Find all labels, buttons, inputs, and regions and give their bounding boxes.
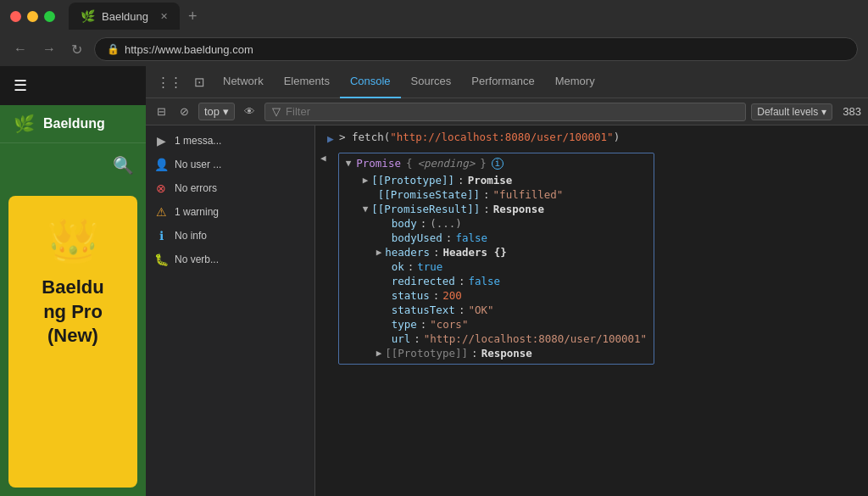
prop-value: "fulfilled"	[493, 188, 564, 201]
sidebar: ☰ 🌿 Baeldung 🔍 👑 Baeldung Pro(New)	[0, 66, 146, 496]
fetch-url: "http://localhost:8080/user/100001"	[390, 131, 613, 143]
verbose-icon: 🐛	[154, 253, 168, 266]
sidebar-logo: 🌿 Baeldung	[0, 105, 146, 143]
prop-expand-icon[interactable]: ▶	[376, 247, 382, 258]
prop-colon: :	[408, 260, 415, 273]
fetch-arrow-icon: ▶	[322, 131, 339, 145]
traffic-lights	[10, 11, 55, 22]
prop-value: Promise	[468, 174, 513, 187]
address-input[interactable]: 🔒 https://www.baeldung.com	[94, 37, 858, 61]
prop-value: Headers {}	[442, 246, 506, 259]
search-area: 🔍	[0, 143, 146, 187]
prop-body-used: bodyUsed : false	[346, 231, 648, 245]
info-icon: ℹ	[154, 229, 168, 242]
minimize-button[interactable]	[27, 11, 38, 22]
main-area: ☰ 🌿 Baeldung 🔍 👑 Baeldung Pro(New) ⋮⋮ ⊡ …	[0, 66, 868, 496]
fetch-suffix: )	[614, 131, 620, 143]
context-selector[interactable]: top ▾	[198, 103, 235, 120]
promise-brace-open: {	[406, 157, 413, 170]
error-icon: ⊗	[154, 181, 168, 195]
devtools-toolbar: ⋮⋮ ⊡ Network Elements Console Sources Pe…	[146, 66, 868, 98]
prop-colon: :	[433, 289, 440, 302]
prop-value: true	[417, 260, 442, 273]
prop-ok: ok : true	[346, 259, 648, 274]
msg-item-verbose[interactable]: 🐛 No verb...	[146, 248, 314, 271]
msg-item-user[interactable]: 👤 No user ...	[146, 153, 314, 176]
msg-label: 1 messa...	[175, 135, 221, 147]
user-icon: 👤	[154, 158, 168, 171]
prop-value: false	[455, 231, 487, 244]
back-button[interactable]: ←	[10, 40, 31, 59]
devtools-dock-icon[interactable]: ⊡	[190, 72, 209, 92]
prop-colon: :	[471, 347, 478, 359]
sidebar-header: ☰	[0, 66, 146, 105]
prop-value: Response	[493, 203, 544, 215]
prop-expand-icon[interactable]: ▶	[363, 175, 369, 186]
tab-console[interactable]: Console	[340, 66, 401, 98]
forward-button[interactable]: →	[39, 40, 59, 59]
address-bar: ← → ↻ 🔒 https://www.baeldung.com	[0, 32, 868, 66]
prop-redirected: redirected : false	[346, 274, 648, 288]
filter-placeholder: Filter	[286, 105, 310, 118]
lock-icon: 🔒	[107, 43, 120, 55]
console-clear-button[interactable]: ⊘	[175, 103, 193, 120]
prop-colon: :	[414, 332, 420, 345]
tab-memory[interactable]: Memory	[545, 66, 605, 98]
tab-title: Baeldung	[102, 10, 148, 23]
prop-prototype: ▶ [[Prototype]] : Promise	[346, 173, 648, 187]
msg-item-warnings[interactable]: ⚠ 1 warning	[146, 200, 314, 224]
context-label: top	[204, 105, 220, 118]
tab-network[interactable]: Network	[213, 66, 274, 98]
new-tab-button[interactable]: +	[180, 8, 206, 25]
console-sidebar-toggle[interactable]: ⊟	[153, 103, 170, 120]
console-eye-button[interactable]: 👁	[240, 103, 259, 120]
promise-info-icon[interactable]: i	[492, 158, 504, 170]
prop-expand-icon[interactable]: ▼	[363, 203, 369, 215]
default-levels-label: Default levels	[757, 106, 818, 118]
console-content: ▶ 1 messa... 👤 No user ... ⊗ No errors ⚠…	[146, 125, 868, 496]
default-levels-selector[interactable]: Default levels ▾	[751, 103, 832, 120]
tab-performance[interactable]: Performance	[461, 66, 544, 98]
tab-elements[interactable]: Elements	[274, 66, 340, 98]
tab-favicon-icon: 🌿	[81, 9, 95, 23]
msg-item-messages[interactable]: ▶ 1 messa...	[146, 129, 314, 153]
close-button[interactable]	[10, 11, 21, 22]
filter-input[interactable]: ▽ Filter	[264, 103, 746, 121]
maximize-button[interactable]	[44, 11, 55, 22]
promise-brace-close: }	[480, 157, 487, 170]
console-output: ▶ > fetch("http://localhost:8080/user/10…	[315, 125, 868, 496]
prop-status: status : 200	[346, 288, 648, 303]
active-tab[interactable]: 🌿 Baeldung ✕	[69, 3, 180, 30]
default-levels-arrow-icon: ▾	[821, 106, 826, 118]
msg-item-errors[interactable]: ⊗ No errors	[146, 176, 314, 200]
msg-label: No errors	[175, 182, 217, 194]
prop-value: "cors"	[430, 318, 468, 331]
promo-text: Baeldung Pro(New)	[42, 276, 103, 348]
prop-value: (...)	[430, 217, 462, 230]
msg-item-info[interactable]: ℹ No info	[146, 224, 314, 248]
console-toolbar: ⊟ ⊘ top ▾ 👁 ▽ Filter Default levels ▾ 38…	[146, 98, 868, 125]
tab-close-button[interactable]: ✕	[160, 11, 168, 22]
msg-label: No info	[175, 230, 207, 242]
prop-colon: :	[420, 318, 427, 331]
fetch-prefix: > fetch(	[339, 131, 390, 143]
prop-headers: ▶ headers : Headers {}	[346, 245, 648, 259]
promise-block: ▼ Promise { <pending> } i ▶ [[Prototype]…	[338, 153, 655, 365]
tab-sources[interactable]: Sources	[401, 66, 462, 98]
refresh-button[interactable]: ↻	[68, 40, 86, 59]
prop-colon: :	[459, 304, 465, 316]
sidebar-promo[interactable]: 👑 Baeldung Pro(New)	[8, 196, 137, 488]
prop-colon: :	[420, 217, 427, 230]
prop-key: url	[392, 332, 411, 345]
address-text: https://www.baeldung.com	[125, 43, 253, 56]
prop-colon: :	[459, 275, 465, 287]
message-count: 383	[843, 105, 861, 118]
hamburger-icon[interactable]: ☰	[14, 76, 27, 95]
msg-label: 1 warning	[175, 206, 219, 218]
prop-key: redirected	[392, 275, 455, 287]
search-button[interactable]: 🔍	[113, 155, 134, 176]
prop-colon: :	[458, 174, 465, 187]
prop-expand-icon[interactable]: ▶	[376, 348, 382, 359]
devtools-menu-icon[interactable]: ⋮⋮	[153, 72, 186, 92]
promise-expand-icon[interactable]: ▼	[346, 158, 352, 169]
